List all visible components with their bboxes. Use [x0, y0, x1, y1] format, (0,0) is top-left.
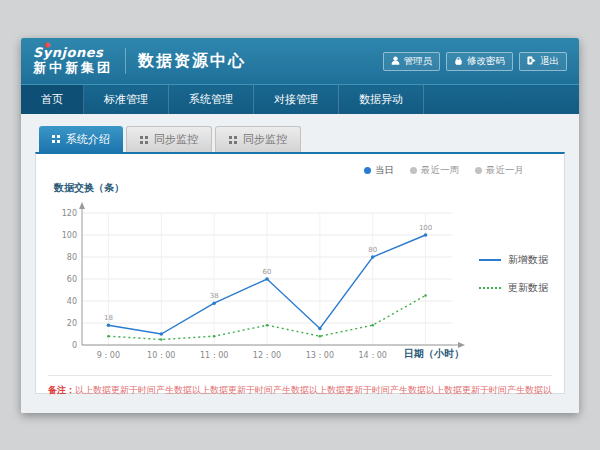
- logout-icon: [527, 56, 536, 67]
- data-point: [160, 338, 163, 341]
- grid-icon: [52, 135, 60, 143]
- nav-item-label: 对接管理: [274, 92, 318, 107]
- x-tick-label: 10：00: [147, 351, 175, 360]
- y-tick-label: 120: [62, 209, 77, 218]
- data-point: [371, 324, 374, 327]
- admin-button[interactable]: 管理员: [383, 52, 441, 71]
- tab-sync-monitor-2[interactable]: 同步监控: [215, 126, 301, 153]
- data-label: 18: [104, 314, 113, 322]
- note-row: 备注：以上数据更新于时间产生数据以上数据更新于时间产生数据以上数据更新于时间产生…: [48, 375, 552, 405]
- data-point: [266, 324, 269, 327]
- nav-item-system-management[interactable]: 系统管理: [169, 85, 254, 114]
- dashed-line-icon: [479, 287, 501, 289]
- nav-item-label: 首页: [41, 92, 63, 107]
- data-point: [159, 332, 163, 336]
- data-point: [319, 335, 322, 338]
- user-icon: [391, 56, 400, 67]
- data-point: [107, 335, 110, 338]
- app-window: Synjones ✱ 新中新集团 数据资源中心 管理员 修改密码 退出 首页 标…: [21, 38, 579, 413]
- data-point: [265, 277, 269, 281]
- admin-button-label: 管理员: [404, 55, 433, 68]
- data-point: [424, 294, 427, 297]
- filter-last-month[interactable]: 最近一月: [475, 164, 524, 177]
- data-point: [107, 323, 111, 327]
- app-header: Synjones ✱ 新中新集团 数据资源中心 管理员 修改密码 退出: [21, 38, 579, 84]
- period-filters: 当日 最近一周 最近一月: [48, 164, 552, 177]
- x-tick-label: 14：00: [359, 351, 387, 360]
- filter-label: 最近一周: [421, 164, 459, 177]
- note-prefix: 备注：: [48, 385, 75, 395]
- nav-item-label: 数据异动: [359, 92, 403, 107]
- grid-icon: [229, 136, 237, 144]
- data-point: [318, 327, 322, 331]
- filter-label: 当日: [375, 164, 394, 177]
- header-divider: [125, 48, 126, 74]
- y-tick-label: 40: [67, 297, 77, 306]
- data-point: [371, 255, 375, 259]
- y-axis-title: 数据交换（条）: [54, 181, 552, 195]
- data-point: [424, 233, 428, 237]
- brand-name: Synjones ✱: [33, 46, 113, 61]
- grid-icon: [140, 136, 148, 144]
- chart-panel: 当日 最近一周 最近一月 数据交换（条） 0204060801001209：00…: [35, 152, 565, 394]
- y-tick-label: 100: [62, 231, 77, 240]
- x-tick-label: 11：00: [200, 351, 228, 360]
- nav-item-data-changes[interactable]: 数据异动: [339, 85, 424, 114]
- logo: Synjones ✱ 新中新集团: [33, 46, 113, 76]
- data-label: 38: [210, 292, 219, 300]
- tab-system-intro[interactable]: 系统介绍: [39, 126, 123, 153]
- legend-dot: [475, 167, 482, 174]
- y-tick-label: 0: [72, 341, 77, 350]
- filter-label: 最近一月: [486, 164, 524, 177]
- y-tick-label: 20: [67, 319, 77, 328]
- data-point: [212, 301, 216, 305]
- content-area: 系统介绍 同步监控 同步监控 当日 最近一周: [21, 114, 579, 413]
- nav-item-label: 系统管理: [189, 92, 233, 107]
- page-title: 数据资源中心: [138, 51, 246, 72]
- series-label: 更新数据: [508, 281, 548, 295]
- company-name: 新中新集团: [33, 61, 113, 76]
- series-label: 新增数据: [508, 253, 548, 267]
- legend-dot: [364, 167, 371, 174]
- nav-item-connection-management[interactable]: 对接管理: [254, 85, 339, 114]
- legend-dot: [410, 167, 417, 174]
- tab-label: 系统介绍: [66, 132, 110, 147]
- series-legend: 新增数据 更新数据: [479, 253, 548, 295]
- y-tick-label: 80: [67, 253, 77, 262]
- logout-label: 退出: [540, 55, 559, 68]
- logo-mark-icon: ✱: [44, 41, 51, 50]
- change-password-label: 修改密码: [467, 55, 505, 68]
- header-actions: 管理员 修改密码 退出: [383, 52, 568, 71]
- tab-label: 同步监控: [243, 132, 287, 147]
- nav-item-label: 标准管理: [104, 92, 148, 107]
- legend-item-updated-data: 更新数据: [479, 281, 548, 295]
- nav-item-home[interactable]: 首页: [21, 85, 84, 114]
- legend-item-new-data: 新增数据: [479, 253, 548, 267]
- filter-today[interactable]: 当日: [364, 164, 394, 177]
- y-tick-label: 60: [67, 275, 77, 284]
- solid-line-icon: [479, 259, 501, 261]
- y-axis-arrow: [79, 202, 85, 209]
- lock-icon: [454, 56, 463, 67]
- tab-bar: 系统介绍 同步监控 同步监控: [39, 126, 565, 153]
- data-point: [213, 335, 216, 338]
- chart-area: 0204060801001209：0010：0011：0012：0013：001…: [48, 197, 552, 375]
- note-text: 以上数据更新于时间产生数据以上数据更新于时间产生数据以上数据更新于时间产生数据以…: [75, 385, 552, 395]
- nav-item-standard-management[interactable]: 标准管理: [84, 85, 169, 114]
- data-label: 60: [263, 268, 272, 276]
- tab-label: 同步监控: [154, 132, 198, 147]
- x-axis-title: 日期（小时）: [404, 347, 464, 361]
- change-password-button[interactable]: 修改密码: [446, 52, 513, 71]
- data-label: 80: [368, 246, 377, 254]
- tab-sync-monitor-1[interactable]: 同步监控: [126, 126, 212, 153]
- x-tick-label: 12：00: [253, 351, 281, 360]
- main-nav: 首页 标准管理 系统管理 对接管理 数据异动: [21, 84, 579, 114]
- filter-last-week[interactable]: 最近一周: [410, 164, 459, 177]
- x-tick-label: 13：00: [306, 351, 334, 360]
- data-label: 100: [419, 224, 432, 232]
- x-tick-label: 9：00: [97, 351, 120, 360]
- logout-button[interactable]: 退出: [519, 52, 567, 71]
